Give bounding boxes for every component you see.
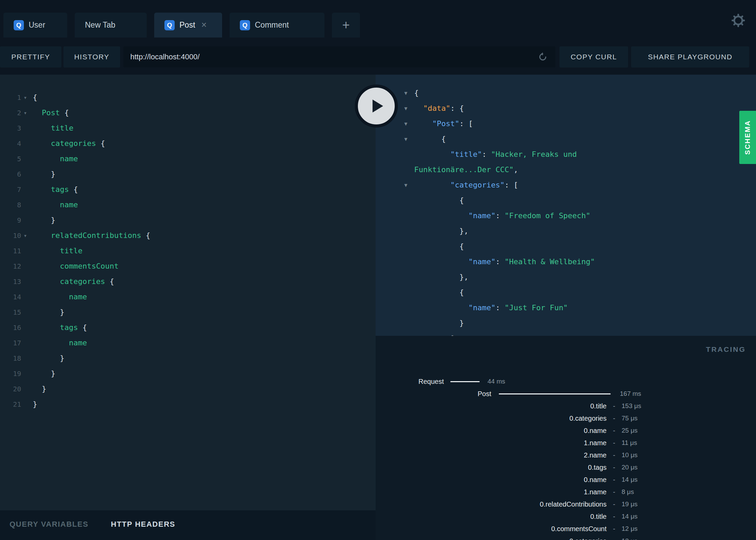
line-number: 9: [0, 216, 21, 224]
editor-line[interactable]: 4 categories {: [0, 136, 376, 151]
trace-label: 0.tags: [376, 464, 607, 471]
editor-footer-bar: QUERY VARIABLES HTTP HEADERS: [0, 510, 376, 540]
trace-row-field: 1.name-11 μs: [376, 437, 756, 449]
editor-line[interactable]: 3 title: [0, 120, 376, 136]
tracing-title: TRACING: [706, 345, 746, 354]
trace-row-request: Request44 ms: [376, 375, 756, 388]
code-text: }: [33, 308, 64, 316]
response-line: {: [376, 239, 756, 254]
line-number: 5: [0, 155, 21, 163]
tab-new-tab[interactable]: New Tab: [75, 13, 147, 38]
code-text: Funktionäre...Der CCC",: [414, 165, 518, 174]
line-number: 21: [0, 400, 21, 408]
tab-label: User: [29, 20, 45, 30]
fold-arrow-icon[interactable]: ▾: [21, 109, 33, 116]
fold-arrow-icon[interactable]: ▾: [21, 94, 33, 101]
fold-arrow-icon[interactable]: ▾: [21, 232, 33, 239]
line-number: 6: [0, 170, 21, 178]
editor-line[interactable]: 6 }: [0, 166, 376, 182]
trace-row-field: 0.relatedContributions-19 μs: [376, 498, 756, 510]
response-line: ▾{: [376, 85, 756, 101]
editor-line[interactable]: 5 name: [0, 151, 376, 166]
line-number: 20: [0, 385, 21, 393]
editor-line[interactable]: 8 name: [0, 197, 376, 212]
tracing-panel: TRACING Request44 msPost167 ms0.title-15…: [376, 336, 756, 540]
prettify-button[interactable]: PRETTIFY: [0, 46, 61, 68]
http-headers-tab[interactable]: HTTP HEADERS: [111, 520, 175, 529]
editor-line[interactable]: 15 }: [0, 304, 376, 320]
history-button[interactable]: HISTORY: [63, 46, 120, 68]
close-tab-icon[interactable]: ×: [201, 20, 207, 30]
schema-tab-label: SCHEMA: [744, 120, 752, 155]
trace-label: Post: [376, 390, 491, 398]
tracing-rows: Request44 msPost167 ms0.title-153 μs0.ca…: [376, 375, 756, 540]
tab-user[interactable]: QUser: [3, 13, 67, 38]
trace-label: 0.name: [376, 427, 607, 435]
editor-line[interactable]: 11 title: [0, 243, 376, 258]
trace-time: 10 μs: [622, 451, 638, 459]
trace-label: 0.relatedContributions: [376, 500, 607, 508]
tab-label: Comment: [255, 20, 289, 30]
editor-line[interactable]: 2▾ Post {: [0, 105, 376, 120]
copy-curl-button[interactable]: COPY CURL: [559, 46, 628, 68]
trace-dash: -: [607, 488, 622, 496]
code-text: }: [33, 216, 55, 224]
trace-dash: -: [607, 427, 622, 435]
trace-time: 19 μs: [622, 500, 638, 508]
code-text: {: [414, 242, 464, 251]
code-text: categories {: [33, 277, 114, 286]
query-editor-pane[interactable]: 1▾{2▾ Post {3 title4 categories {5 name6…: [0, 75, 376, 510]
new-tab-button[interactable]: +: [332, 13, 360, 38]
editor-line[interactable]: 18 }: [0, 350, 376, 366]
trace-time: 13 μs: [622, 537, 638, 540]
tab-label: New Tab: [85, 20, 115, 30]
trace-duration-bar: [499, 393, 611, 394]
trace-label: 2.name: [376, 451, 607, 459]
trace-row-field: 1.name-8 μs: [376, 486, 756, 498]
editor-line[interactable]: 13 categories {: [0, 274, 376, 289]
trace-row-field: 0.name-25 μs: [376, 424, 756, 437]
editor-line[interactable]: 10▾ relatedContributions {: [0, 228, 376, 243]
collapse-arrow-icon[interactable]: ▾: [376, 135, 414, 143]
editor-line[interactable]: 14 name: [0, 289, 376, 304]
response-line: ]: [376, 331, 756, 336]
share-playground-button[interactable]: SHARE PLAYGROUND: [631, 46, 749, 68]
collapse-arrow-icon[interactable]: ▾: [376, 181, 414, 189]
editor-line[interactable]: 9 }: [0, 212, 376, 228]
editor-line[interactable]: 19 }: [0, 366, 376, 381]
trace-label: 0.categories: [376, 415, 607, 422]
response-line: ▾ {: [376, 131, 756, 147]
editor-line[interactable]: 17 name: [0, 335, 376, 350]
trace-dash: -: [607, 451, 622, 459]
settings-gear-icon[interactable]: [731, 13, 746, 28]
tab-comment[interactable]: QComment: [230, 13, 324, 38]
trace-label: Request: [376, 378, 444, 386]
query-tab-icon: Q: [240, 20, 250, 30]
code-text: {: [414, 89, 419, 97]
refresh-icon[interactable]: [538, 52, 548, 62]
schema-sidebar-tab[interactable]: SCHEMA: [739, 111, 756, 164]
query-variables-tab[interactable]: QUERY VARIABLES: [10, 520, 88, 529]
response-pane: ▾{▾ "data": {▾ "Post": [▾ { "title": "Ha…: [376, 75, 756, 336]
tab-post[interactable]: QPost×: [154, 13, 222, 38]
editor-line[interactable]: 12 commentsCount: [0, 258, 376, 274]
code-text: "name": "Health & Wellbeing": [414, 257, 595, 266]
trace-row-field: 0.commentsCount-12 μs: [376, 523, 756, 535]
trace-row-post: Post167 ms: [376, 388, 756, 400]
query-editor[interactable]: 1▾{2▾ Post {3 title4 categories {5 name6…: [0, 75, 376, 412]
editor-line[interactable]: 1▾{: [0, 90, 376, 105]
url-input[interactable]: http://localhost:4000/: [123, 46, 555, 68]
trace-row-field: 0.tags-20 μs: [376, 461, 756, 474]
line-number: 4: [0, 139, 21, 148]
editor-line[interactable]: 16 tags {: [0, 320, 376, 335]
editor-line[interactable]: 7 tags {: [0, 182, 376, 197]
code-text: title: [33, 124, 73, 132]
response-line: "name": "Just For Fun": [376, 300, 756, 315]
code-text: "data": {: [414, 104, 464, 112]
code-text: {: [414, 288, 464, 297]
execute-query-button[interactable]: [355, 85, 398, 127]
editor-line[interactable]: 20 }: [0, 381, 376, 396]
editor-line[interactable]: 21}: [0, 396, 376, 412]
trace-dash: -: [607, 537, 622, 540]
trace-label: 0.name: [376, 476, 607, 484]
